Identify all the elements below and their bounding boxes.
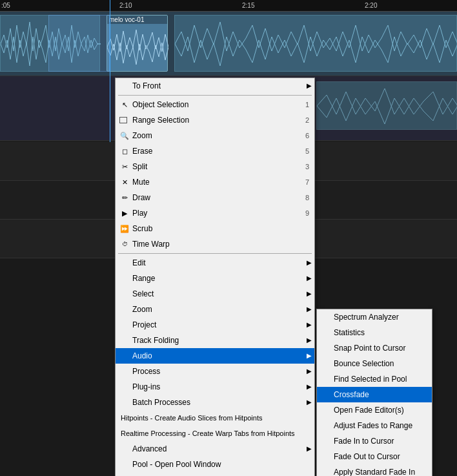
audio-clip-selected[interactable]: melo voc-01 (107, 15, 168, 72)
audio-submenu: Spectrum Analyzer Statistics Snap Point … (316, 309, 432, 476)
clip-label: melo voc-01 (107, 16, 167, 24)
mute-label: Mute (132, 176, 150, 188)
waveform-clip-3[interactable] (316, 81, 457, 130)
batch-processes-label: Batch Processes (132, 397, 190, 408)
submenu-arrow-edit: ▶ (307, 257, 312, 269)
menu-item-play[interactable]: ▶ Play 9 (116, 205, 314, 221)
submenu-arrow-plugins: ▶ (307, 381, 312, 393)
submenu-arrow-audio: ▶ (307, 350, 312, 362)
spectrum-analyzer-label: Spectrum Analyzer (334, 311, 399, 323)
mute-shortcut: 7 (292, 176, 309, 188)
menu-item-range[interactable]: Range ▶ (116, 271, 314, 286)
ruler-mark-1: :05 (1, 2, 10, 9)
submenu-item-fade-out-cursor[interactable]: Fade Out to Cursor (317, 449, 432, 464)
split-icon: ✂ (119, 161, 130, 172)
play-label: Play (132, 207, 147, 219)
menu-item-track-folding[interactable]: Track Folding ▶ (116, 333, 314, 348)
range-icon (119, 117, 127, 123)
project-label: Project (132, 319, 156, 331)
submenu-item-open-fade-editor[interactable]: Open Fade Editor(s) (317, 402, 432, 418)
advanced-label: Advanced (132, 443, 167, 455)
submenu-item-snap-point[interactable]: Snap Point to Cursor (317, 340, 432, 356)
submenu-arrow-select: ▶ (307, 288, 312, 300)
submenu-item-fade-in-cursor[interactable]: Fade In to Cursor (317, 433, 432, 449)
draw-shortcut: 8 (292, 192, 309, 203)
draw-label: Draw (132, 192, 150, 203)
submenu-item-bounce-selection[interactable]: Bounce Selection (317, 356, 432, 371)
ruler-mark-3: 2:15 (242, 2, 254, 9)
submenu-arrow-process: ▶ (307, 366, 312, 377)
separator-2 (118, 253, 312, 254)
erase-icon: ◻ (119, 145, 130, 157)
waveform-clip-right[interactable] (174, 15, 457, 72)
menu-item-project[interactable]: Project ▶ (116, 317, 314, 333)
apply-standard-fade-in-label: Apply Standard Fade In (334, 466, 415, 476)
menu-item-draw[interactable]: ✏ Draw 8 (116, 190, 314, 205)
submenu-item-statistics[interactable]: Statistics (317, 325, 432, 340)
separator-1 (118, 95, 312, 96)
zoom-icon: 🔍 (119, 130, 130, 141)
split-shortcut: 3 (292, 161, 309, 172)
crossfade-label: Crossfade (334, 389, 369, 400)
submenu-arrow-range: ▶ (307, 273, 312, 284)
menu-item-split[interactable]: ✂ Split 3 (116, 159, 314, 174)
submenu-item-spectrum-analyzer[interactable]: Spectrum Analyzer (317, 309, 432, 325)
menu-item-time-warp[interactable]: ⏱ Time Warp (116, 236, 314, 252)
timeline-ruler: :05 2:10 2:15 2:20 (0, 0, 457, 12)
menu-item-select[interactable]: Select ▶ (116, 286, 314, 302)
menu-item-audio[interactable]: Audio ▶ (116, 348, 314, 364)
split-label: Split (132, 161, 147, 172)
menu-item-advanced[interactable]: Advanced ▶ (116, 441, 314, 457)
menu-item-pool[interactable]: Pool - Open Pool Window (116, 457, 314, 472)
snap-point-label: Snap Point to Cursor (334, 342, 405, 354)
submenu-item-find-selected-pool[interactable]: Find Selected in Pool (317, 371, 432, 387)
menu-item-edit[interactable]: Edit ▶ (116, 255, 314, 271)
play-icon: ▶ (119, 207, 130, 219)
fade-in-cursor-label: Fade In to Cursor (334, 435, 394, 447)
menu-item-object-selection[interactable]: ↖ Object Selection 1 (116, 97, 314, 112)
plugins-label: Plug-ins (132, 381, 160, 393)
menu-item-batch-processes[interactable]: Batch Processes ▶ (116, 395, 314, 410)
erase-shortcut: 5 (292, 145, 309, 157)
submenu-arrow-batch: ▶ (307, 397, 312, 408)
submenu-item-crossfade[interactable]: Crossfade (317, 387, 432, 402)
cursor-icon: ↖ (119, 99, 130, 110)
edit-label: Edit (132, 257, 146, 269)
menu-item-scrub[interactable]: ⏩ Scrub (116, 221, 314, 236)
zoom-menu-label: Zoom (132, 304, 152, 315)
menu-item-transport[interactable]: Transport ▶ (116, 472, 314, 476)
range-label: Range (132, 273, 155, 284)
menu-item-zoom[interactable]: 🔍 Zoom 6 (116, 128, 314, 143)
timewarp-icon: ⏱ (119, 238, 130, 250)
zoom-label: Zoom (132, 130, 152, 141)
selection-overlay (48, 15, 110, 72)
menu-item-to-front[interactable]: To Front ▶ (116, 78, 314, 94)
main-context-menu: To Front ▶ ↖ Object Selection 1 Range Se… (115, 78, 315, 476)
menu-item-zoom-menu[interactable]: Zoom ▶ (116, 302, 314, 317)
scrub-icon: ⏩ (119, 223, 130, 234)
submenu-arrow-advanced: ▶ (307, 443, 312, 455)
range-selection-shortcut: 2 (292, 114, 309, 126)
pool-label: Pool - Open Pool Window (132, 459, 221, 470)
play-shortcut: 9 (292, 207, 309, 219)
find-selected-pool-label: Find Selected in Pool (334, 373, 407, 385)
process-label: Process (132, 366, 160, 377)
scrub-label: Scrub (132, 223, 152, 234)
submenu-item-adjust-fades[interactable]: Adjust Fades to Range (317, 418, 432, 433)
menu-item-realtime[interactable]: Realtime Processing - Create Warp Tabs f… (116, 426, 314, 441)
menu-item-process[interactable]: Process ▶ (116, 364, 314, 379)
adjust-fades-label: Adjust Fades to Range (334, 420, 412, 431)
menu-item-hitpoints[interactable]: Hitpoints - Create Audio Slices from Hit… (116, 410, 314, 426)
menu-item-range-selection[interactable]: Range Selection 2 (116, 112, 314, 128)
submenu-arrow-track-folding: ▶ (307, 335, 312, 346)
submenu-arrow-project: ▶ (307, 319, 312, 331)
object-selection-shortcut: 1 (292, 99, 309, 110)
draw-icon: ✏ (119, 192, 130, 203)
submenu-arrow-to-front: ▶ (307, 80, 312, 92)
menu-item-erase[interactable]: ◻ Erase 5 (116, 143, 314, 159)
mute-icon: ✕ (119, 176, 130, 188)
menu-item-mute[interactable]: ✕ Mute 7 (116, 174, 314, 190)
menu-item-plugins[interactable]: Plug-ins ▶ (116, 379, 314, 395)
bounce-selection-label: Bounce Selection (334, 358, 394, 369)
submenu-item-apply-standard-fade-in[interactable]: Apply Standard Fade In (317, 464, 432, 476)
